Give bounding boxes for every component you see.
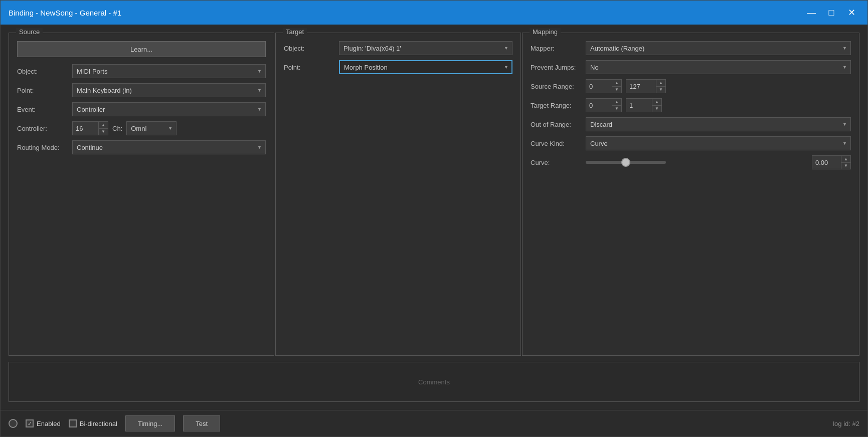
controller-spin-buttons: ▲ ▼ bbox=[98, 121, 108, 135]
source-panel: Source Learn... Object: MIDI Ports Point… bbox=[9, 33, 274, 356]
mapper-label: Mapper: bbox=[531, 45, 586, 52]
target-panel: Target Object: Plugin: 'Diva(x64) 1' Poi… bbox=[275, 33, 521, 356]
target-panel-title: Target bbox=[283, 28, 307, 36]
mapper-select[interactable]: Automatic (Range) bbox=[586, 41, 851, 55]
prevent-jumps-label: Prevent Jumps: bbox=[531, 64, 586, 71]
titlebar: Binding - NewSong - General - #1 — □ ✕ bbox=[1, 1, 867, 25]
curve-kind-label: Curve Kind: bbox=[531, 140, 586, 147]
routing-mode-row: Routing Mode: Continue bbox=[17, 140, 266, 154]
controller-decrement-button[interactable]: ▼ bbox=[99, 129, 108, 135]
target-object-select-wrapper: Plugin: 'Diva(x64) 1' bbox=[339, 41, 512, 55]
source-range-min-input[interactable] bbox=[586, 79, 612, 93]
ch-select-wrapper: Omni bbox=[126, 121, 177, 135]
comments-area[interactable]: Comments bbox=[9, 362, 859, 402]
target-range-label: Target Range: bbox=[531, 102, 586, 109]
curve-decrement-button[interactable]: ▼ bbox=[841, 163, 850, 169]
enabled-radio[interactable] bbox=[9, 419, 18, 428]
controller-spinbox: ▲ ▼ bbox=[72, 121, 108, 135]
out-of-range-select[interactable]: Discard bbox=[586, 117, 851, 131]
source-range-min-buttons: ▲ ▼ bbox=[612, 79, 622, 93]
source-object-select-wrapper: MIDI Ports bbox=[72, 64, 266, 78]
window-title: Binding - NewSong - General - #1 bbox=[9, 9, 803, 17]
curve-value-input[interactable] bbox=[812, 155, 841, 169]
target-range-inputs: ▲ ▼ ▲ ▼ bbox=[586, 98, 662, 112]
out-of-range-select-wrapper: Discard bbox=[586, 117, 851, 131]
enabled-checkbox-wrapper[interactable]: ✓ Enabled bbox=[26, 419, 61, 427]
curve-slider[interactable] bbox=[586, 161, 666, 164]
source-point-select-wrapper: Main Keyboard (in) bbox=[72, 83, 266, 97]
curve-kind-row: Curve Kind: Curve bbox=[531, 136, 851, 150]
source-point-label: Point: bbox=[17, 87, 72, 94]
curve-value-buttons: ▲ ▼ bbox=[841, 155, 851, 169]
mapper-row: Mapper: Automatic (Range) bbox=[531, 41, 851, 55]
target-range-max-increment[interactable]: ▲ bbox=[652, 99, 661, 106]
target-point-select[interactable]: Morph Position bbox=[339, 60, 512, 74]
bidirectional-label: Bi-directional bbox=[80, 420, 117, 427]
source-object-select[interactable]: MIDI Ports bbox=[72, 64, 266, 78]
main-window: Binding - NewSong - General - #1 — □ ✕ S… bbox=[0, 0, 868, 437]
controller-increment-button[interactable]: ▲ bbox=[99, 122, 108, 129]
target-range-min-input[interactable] bbox=[586, 98, 612, 112]
curve-increment-button[interactable]: ▲ bbox=[841, 156, 850, 163]
curve-kind-select-wrapper: Curve bbox=[586, 136, 851, 150]
source-event-select[interactable]: Controller bbox=[72, 102, 266, 116]
bidirectional-checkbox[interactable] bbox=[69, 419, 77, 427]
target-object-select[interactable]: Plugin: 'Diva(x64) 1' bbox=[339, 41, 512, 55]
ch-select[interactable]: Omni bbox=[126, 121, 177, 135]
controller-inputs: ▲ ▼ Ch: Omni bbox=[72, 121, 177, 135]
target-range-max-spinbox: ▲ ▼ bbox=[626, 98, 662, 112]
close-button[interactable]: ✕ bbox=[843, 5, 859, 21]
learn-button[interactable]: Learn... bbox=[17, 41, 266, 57]
source-range-label: Source Range: bbox=[531, 83, 586, 90]
target-point-label: Point: bbox=[284, 64, 339, 71]
target-range-min-buttons: ▲ ▼ bbox=[612, 98, 622, 112]
target-range-max-input[interactable] bbox=[626, 98, 652, 112]
curve-label: Curve: bbox=[531, 159, 586, 166]
controller-input[interactable] bbox=[72, 121, 98, 135]
target-range-max-decrement[interactable]: ▼ bbox=[652, 106, 661, 112]
source-range-max-increment[interactable]: ▲ bbox=[656, 80, 665, 87]
mapping-panel: Mapping Mapper: Automatic (Range) Preven… bbox=[522, 33, 859, 356]
enabled-checkbox[interactable]: ✓ bbox=[26, 419, 34, 427]
enabled-label: Enabled bbox=[37, 420, 61, 427]
source-range-min-increment[interactable]: ▲ bbox=[612, 80, 621, 87]
out-of-range-row: Out of Range: Discard bbox=[531, 117, 851, 131]
source-range-max-input[interactable] bbox=[626, 79, 656, 93]
source-point-select[interactable]: Main Keyboard (in) bbox=[72, 83, 266, 97]
source-range-max-buttons: ▲ ▼ bbox=[656, 79, 666, 93]
window-controls: — □ ✕ bbox=[803, 5, 859, 21]
source-range-max-decrement[interactable]: ▼ bbox=[656, 87, 665, 93]
source-range-min-decrement[interactable]: ▼ bbox=[612, 87, 621, 93]
target-range-row: Target Range: ▲ ▼ ▲ bbox=[531, 98, 851, 112]
source-range-row: Source Range: ▲ ▼ ▲ bbox=[531, 79, 851, 93]
curve-row: Curve: ▲ ▼ bbox=[531, 155, 851, 169]
source-object-row: Object: MIDI Ports bbox=[17, 64, 266, 78]
target-range-min-decrement[interactable]: ▼ bbox=[612, 106, 621, 112]
maximize-button[interactable]: □ bbox=[823, 5, 839, 21]
bidirectional-checkbox-wrapper[interactable]: Bi-directional bbox=[69, 419, 117, 427]
ch-label: Ch: bbox=[112, 125, 122, 132]
source-event-label: Event: bbox=[17, 106, 72, 113]
bottom-bar: ✓ Enabled Bi-directional Timing... Test … bbox=[1, 410, 867, 436]
curve-slider-wrapper bbox=[586, 161, 808, 164]
mapping-panel-title: Mapping bbox=[530, 28, 561, 36]
timing-button[interactable]: Timing... bbox=[125, 415, 175, 431]
panels-row: Source Learn... Object: MIDI Ports Point… bbox=[9, 33, 859, 356]
routing-mode-select[interactable]: Continue bbox=[72, 140, 266, 154]
source-event-row: Event: Controller bbox=[17, 102, 266, 116]
source-object-label: Object: bbox=[17, 68, 72, 75]
target-range-min-increment[interactable]: ▲ bbox=[612, 99, 621, 106]
source-controller-label: Controller: bbox=[17, 125, 72, 132]
target-point-row: Point: Morph Position bbox=[284, 60, 512, 74]
test-button[interactable]: Test bbox=[183, 415, 220, 431]
routing-mode-label: Routing Mode: bbox=[17, 144, 72, 151]
curve-kind-select[interactable]: Curve bbox=[586, 136, 851, 150]
minimize-button[interactable]: — bbox=[803, 5, 819, 21]
routing-mode-select-wrapper: Continue bbox=[72, 140, 266, 154]
curve-value-spinbox: ▲ ▼ bbox=[812, 155, 851, 169]
target-object-label: Object: bbox=[284, 45, 339, 52]
main-content: Source Learn... Object: MIDI Ports Point… bbox=[1, 25, 867, 410]
prevent-jumps-row: Prevent Jumps: No bbox=[531, 60, 851, 74]
prevent-jumps-select[interactable]: No bbox=[586, 60, 851, 74]
source-controller-row: Controller: ▲ ▼ Ch: Omni bbox=[17, 121, 266, 135]
